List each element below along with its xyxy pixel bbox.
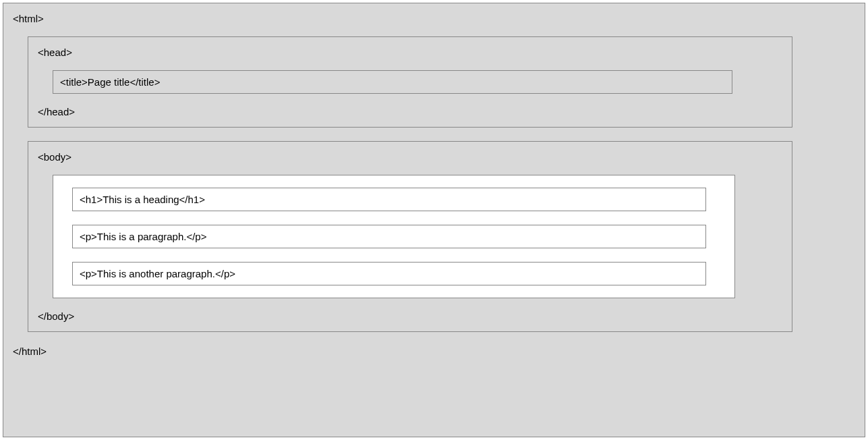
body-close-tag: </body> [38,310,785,322]
body-open-tag: <body> [38,151,785,163]
p2-element-box: <p>This is another paragraph.</p> [72,262,706,285]
html-close-tag: </html> [13,346,858,357]
head-close-tag: </head> [38,106,785,117]
body-element-box: <body> <h1>This is a heading</h1> <p>Thi… [28,141,792,332]
p2-element-text: <p>This is another paragraph.</p> [80,268,235,279]
p1-element-box: <p>This is a paragraph.</p> [72,225,706,248]
title-element-box: <title>Page title</title> [53,70,732,94]
h1-element-box: <h1>This is a heading</h1> [72,188,706,211]
p1-element-text: <p>This is a paragraph.</p> [80,231,206,242]
head-open-tag: <head> [38,47,785,58]
title-element-text: <title>Page title</title> [60,76,160,88]
html-element-box: <html> <head> <title>Page title</title> … [3,3,865,437]
h1-element-text: <h1>This is a heading</h1> [80,194,205,205]
html-open-tag: <html> [13,13,858,24]
body-content-box: <h1>This is a heading</h1> <p>This is a … [53,175,735,298]
head-element-box: <head> <title>Page title</title> </head> [28,36,792,128]
